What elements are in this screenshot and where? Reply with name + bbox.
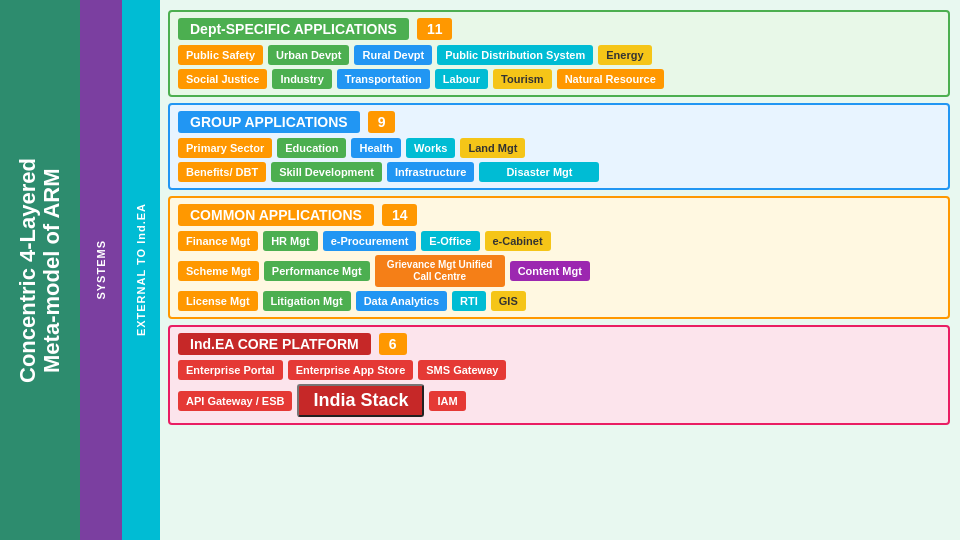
group-title: GROUP APPLICATIONS — [178, 111, 360, 133]
rti-btn[interactable]: RTI — [452, 291, 486, 311]
dept-section: Dept-SPECIFIC APPLICATIONS 11 Public Saf… — [168, 10, 950, 97]
core-header: Ind.EA CORE PLATFORM 6 — [178, 333, 940, 355]
group-section: GROUP APPLICATIONS 9 Primary Sector Educ… — [168, 103, 950, 190]
dept-row-1: Public Safety Urban Devpt Rural Devpt Pu… — [178, 45, 940, 65]
hr-mgt-btn[interactable]: HR Mgt — [263, 231, 318, 251]
core-row-2: API Gateway / ESB India Stack IAM — [178, 384, 940, 417]
public-safety-btn[interactable]: Public Safety — [178, 45, 263, 65]
scheme-mgt-btn[interactable]: Scheme Mgt — [178, 261, 259, 281]
teal-bar-text: EXTERNAL TO Ind.EA — [135, 203, 147, 336]
core-section: Ind.EA CORE PLATFORM 6 Enterprise Portal… — [168, 325, 950, 425]
urban-devpt-btn[interactable]: Urban Devpt — [268, 45, 349, 65]
teal-bar: EXTERNAL TO Ind.EA — [122, 0, 160, 540]
e-cabinet-btn[interactable]: e-Cabinet — [485, 231, 551, 251]
sms-gateway-btn[interactable]: SMS Gateway — [418, 360, 506, 380]
group-row-2: Benefits/ DBT Skill Development Infrastr… — [178, 162, 940, 182]
main-content: Dept-SPECIFIC APPLICATIONS 11 Public Saf… — [160, 0, 960, 540]
disaster-mgt-btn[interactable]: Disaster Mgt — [479, 162, 599, 182]
purple-bar-text: SYSTEMS — [95, 240, 107, 300]
common-count: 14 — [382, 204, 418, 226]
land-mgt-btn[interactable]: Land Mgt — [460, 138, 525, 158]
finance-mgt-btn[interactable]: Finance Mgt — [178, 231, 258, 251]
purple-bar: SYSTEMS — [80, 0, 122, 540]
enterprise-portal-btn[interactable]: Enterprise Portal — [178, 360, 283, 380]
rural-devpt-btn[interactable]: Rural Devpt — [354, 45, 432, 65]
enterprise-app-store-btn[interactable]: Enterprise App Store — [288, 360, 414, 380]
dept-header: Dept-SPECIFIC APPLICATIONS 11 — [178, 18, 940, 40]
core-rows: Enterprise Portal Enterprise App Store S… — [178, 360, 940, 417]
energy-btn[interactable]: Energy — [598, 45, 651, 65]
dept-rows: Public Safety Urban Devpt Rural Devpt Pu… — [178, 45, 940, 89]
labour-btn[interactable]: Labour — [435, 69, 488, 89]
core-title: Ind.EA CORE PLATFORM — [178, 333, 371, 355]
group-row-1: Primary Sector Education Health Works La… — [178, 138, 940, 158]
left-banner: Concentric 4-Layered Meta-model of ARM — [0, 0, 80, 540]
license-mgt-btn[interactable]: License Mgt — [178, 291, 258, 311]
pds-btn[interactable]: Public Distribution System — [437, 45, 593, 65]
common-header: COMMON APPLICATIONS 14 — [178, 204, 940, 226]
performance-mgt-btn[interactable]: Performance Mgt — [264, 261, 370, 281]
dept-row-2: Social Justice Industry Transportation L… — [178, 69, 940, 89]
e-office-btn[interactable]: E-Office — [421, 231, 479, 251]
core-row-1: Enterprise Portal Enterprise App Store S… — [178, 360, 940, 380]
common-row-2: Scheme Mgt Performance Mgt Grievance Mgt… — [178, 255, 940, 287]
left-banner-text: Concentric 4-Layered Meta-model of ARM — [16, 158, 64, 383]
litigation-mgt-btn[interactable]: Litigation Mgt — [263, 291, 351, 311]
dept-title: Dept-SPECIFIC APPLICATIONS — [178, 18, 409, 40]
grievance-mgt-btn[interactable]: Grievance Mgt Unified Call Centre — [375, 255, 505, 287]
tourism-btn[interactable]: Tourism — [493, 69, 552, 89]
api-gateway-btn[interactable]: API Gateway / ESB — [178, 391, 292, 411]
benefits-dbt-btn[interactable]: Benefits/ DBT — [178, 162, 266, 182]
e-procurement-btn[interactable]: e-Procurement — [323, 231, 417, 251]
works-btn[interactable]: Works — [406, 138, 455, 158]
industry-btn[interactable]: Industry — [272, 69, 331, 89]
common-row-3: License Mgt Litigation Mgt Data Analytic… — [178, 291, 940, 311]
data-analytics-btn[interactable]: Data Analytics — [356, 291, 447, 311]
health-btn[interactable]: Health — [351, 138, 401, 158]
common-title: COMMON APPLICATIONS — [178, 204, 374, 226]
group-header: GROUP APPLICATIONS 9 — [178, 111, 940, 133]
skill-dev-btn[interactable]: Skill Development — [271, 162, 382, 182]
education-btn[interactable]: Education — [277, 138, 346, 158]
infrastructure-btn[interactable]: Infrastructure — [387, 162, 475, 182]
transportation-btn[interactable]: Transportation — [337, 69, 430, 89]
social-justice-btn[interactable]: Social Justice — [178, 69, 267, 89]
content-mgt-btn[interactable]: Content Mgt — [510, 261, 590, 281]
common-section: COMMON APPLICATIONS 14 Finance Mgt HR Mg… — [168, 196, 950, 319]
natural-resource-btn[interactable]: Natural Resource — [557, 69, 664, 89]
primary-sector-btn[interactable]: Primary Sector — [178, 138, 272, 158]
india-stack-btn[interactable]: India Stack — [297, 384, 424, 417]
core-count: 6 — [379, 333, 407, 355]
group-rows: Primary Sector Education Health Works La… — [178, 138, 940, 182]
iam-btn[interactable]: IAM — [429, 391, 465, 411]
common-rows: Finance Mgt HR Mgt e-Procurement E-Offic… — [178, 231, 940, 311]
gis-btn[interactable]: GIS — [491, 291, 526, 311]
dept-count: 11 — [417, 18, 453, 40]
group-count: 9 — [368, 111, 396, 133]
common-row-1: Finance Mgt HR Mgt e-Procurement E-Offic… — [178, 231, 940, 251]
